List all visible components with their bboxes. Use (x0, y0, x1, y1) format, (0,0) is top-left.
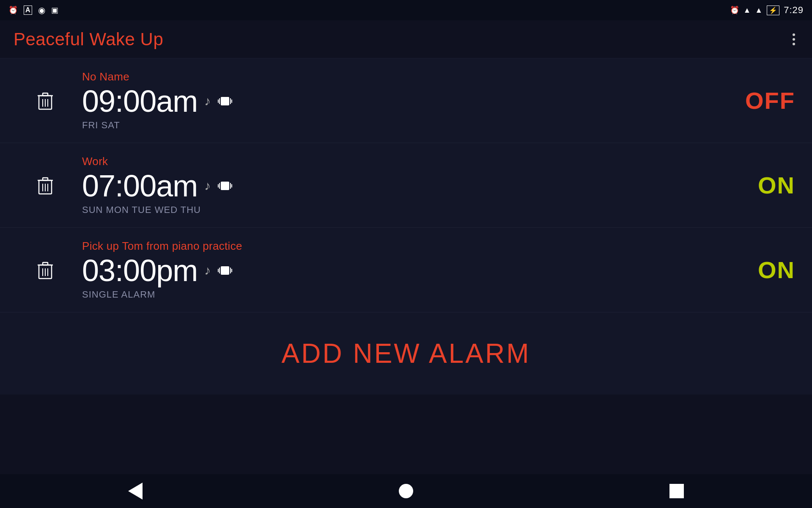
alarm-row[interactable]: Work 07:00am ♪ SUN MON TUE WED THU ON (0, 143, 812, 228)
trash-icon (37, 261, 53, 279)
delete-alarm-3-button[interactable] (34, 261, 57, 279)
more-options-button[interactable] (789, 30, 798, 49)
status-bar: ⏰ A ◉ ▣ ⏰ ▲ ▲ ⚡ 7:29 (0, 0, 812, 20)
alarm-3-time-row: 03:00pm ♪ (82, 255, 736, 286)
app-bar: Peaceful Wake Up (0, 20, 812, 58)
vibrate-icon (217, 264, 233, 277)
back-icon (128, 483, 143, 500)
vibrate-icon (217, 179, 233, 192)
home-icon (399, 484, 413, 498)
alarm-list: No Name 09:00am ♪ FRI SAT OFF (0, 58, 812, 395)
signal-icon: ▲ (755, 6, 763, 15)
alarm-icon-right: ⏰ (730, 6, 739, 15)
alarm-1-days: FRI SAT (82, 120, 736, 131)
alarm-1-time-row: 09:00am ♪ (82, 86, 736, 116)
home-button[interactable] (373, 480, 439, 502)
alarm-3-info: Pick up Tom from piano practice 03:00pm … (82, 240, 736, 300)
circle-status-icon: ◉ (38, 5, 45, 15)
a-icon: A (24, 6, 32, 15)
svg-rect-28 (221, 266, 229, 275)
delete-alarm-1-button[interactable] (34, 91, 57, 110)
alarm-status-icon: ⏰ (8, 6, 18, 15)
alarm-1-info: No Name 09:00am ♪ FRI SAT (82, 70, 736, 131)
svg-rect-20 (218, 184, 219, 188)
status-time: 7:29 (784, 5, 804, 16)
music-icon: ♪ (204, 179, 211, 193)
svg-rect-21 (231, 184, 232, 188)
music-icon: ♪ (204, 94, 211, 108)
svg-rect-9 (218, 99, 219, 103)
recent-apps-button[interactable] (644, 480, 709, 502)
svg-rect-8 (230, 98, 231, 104)
delete-alarm-2-button[interactable] (34, 176, 57, 195)
app-title: Peaceful Wake Up (14, 29, 163, 50)
alarm-3-days: SINGLE ALARM (82, 289, 736, 300)
svg-rect-32 (231, 269, 232, 272)
alarm-1-time: 09:00am (82, 86, 198, 116)
battery-icon: ⚡ (767, 6, 779, 15)
alarm-3-status[interactable]: ON (736, 256, 795, 284)
alarm-2-status[interactable]: ON (736, 171, 795, 199)
svg-rect-6 (221, 97, 229, 105)
alarm-2-time: 07:00am (82, 171, 198, 201)
svg-rect-18 (219, 183, 220, 189)
music-icon: ♪ (204, 263, 211, 278)
svg-rect-19 (230, 183, 231, 189)
trash-icon (37, 176, 53, 195)
alarm-3-time: 03:00pm (82, 255, 198, 286)
recent-icon (669, 484, 684, 498)
alarm-3-label: Pick up Tom from piano practice (82, 240, 736, 253)
svg-rect-10 (231, 99, 232, 103)
vibrate-icon (217, 95, 233, 108)
add-alarm-label: ADD NEW ALARM (0, 338, 812, 369)
status-icons-left: ⏰ A ◉ ▣ (8, 5, 58, 15)
alarm-2-label: Work (82, 155, 736, 168)
svg-rect-7 (219, 98, 220, 104)
alarm-2-info: Work 07:00am ♪ SUN MON TUE WED THU (82, 155, 736, 215)
svg-rect-31 (218, 269, 219, 272)
back-button[interactable] (103, 478, 168, 504)
alarm-2-days: SUN MON TUE WED THU (82, 204, 736, 215)
nav-bar (0, 474, 812, 508)
status-icons-right: ⏰ ▲ ▲ ⚡ 7:29 (730, 5, 804, 16)
alarm-1-label: No Name (82, 70, 736, 83)
add-new-alarm-button[interactable]: ADD NEW ALARM (0, 312, 812, 395)
svg-rect-17 (221, 182, 229, 190)
svg-rect-30 (230, 268, 231, 273)
more-options-icon (793, 33, 795, 45)
alarm-row[interactable]: No Name 09:00am ♪ FRI SAT OFF (0, 58, 812, 143)
svg-rect-29 (219, 268, 220, 273)
square-status-icon: ▣ (51, 6, 58, 15)
alarm-1-status[interactable]: OFF (736, 87, 795, 114)
trash-icon (37, 91, 53, 110)
alarm-row[interactable]: Pick up Tom from piano practice 03:00pm … (0, 228, 812, 312)
wifi-icon: ▲ (743, 6, 751, 15)
alarm-2-time-row: 07:00am ♪ (82, 171, 736, 201)
